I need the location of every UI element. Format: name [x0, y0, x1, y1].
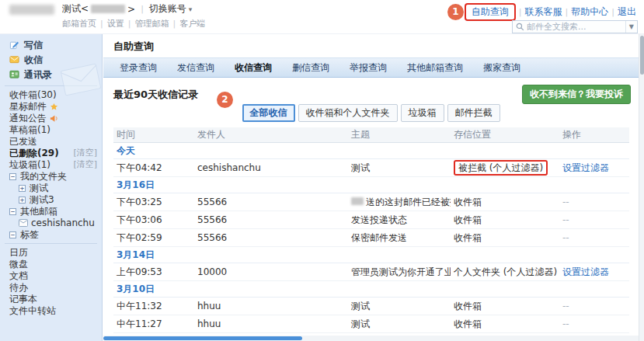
cell-location: 收件箱 — [451, 231, 559, 245]
sidebar-tree-item[interactable]: ceshishanchu — [0, 217, 102, 228]
sidebar-tree-item[interactable]: −我的文件夹 — [0, 171, 102, 182]
top-header: 测试< > | 切换账号 ▾ 邮箱首页|设置|管理邮箱|客户端 1 自助查询 |… — [0, 0, 644, 34]
sidebar-app-item[interactable]: 日历 — [0, 247, 102, 258]
top-right-links: 1 自助查询 |联系客服|帮助中心|退出 — [447, 3, 636, 21]
sidebar-folder-item[interactable]: 收件箱(30) — [0, 89, 102, 100]
divider: | — [566, 7, 569, 17]
self-service-query-link[interactable]: 自助查询 — [472, 6, 509, 17]
sidebar-folder-item[interactable]: 草稿箱(1) — [0, 124, 102, 135]
sidebar-app-item[interactable]: 记事本 — [0, 294, 102, 304]
sidebar-tree-item[interactable]: −其他邮箱 — [0, 206, 102, 217]
cell-subject: 送的这封邮件已经被打开. — [348, 196, 451, 209]
tab-active[interactable]: 收信查询 — [225, 58, 282, 77]
tree-toggle-icon[interactable]: + — [19, 185, 26, 192]
tree-toggle-icon[interactable]: − — [9, 208, 16, 215]
sidebar-tree-item[interactable]: +测试3 — [0, 194, 102, 205]
query-tabs: 登录查询发信查询收信查询删信查询举报查询其他邮箱查询搬家查询 — [103, 57, 639, 78]
header-nav-link[interactable]: 客户端 — [179, 19, 205, 29]
cell-location: 被拦截 (个人过滤器) — [451, 160, 559, 176]
header-nav: 邮箱首页|设置|管理邮箱|客户端 — [62, 18, 205, 30]
cell-sender: 55566 — [194, 214, 348, 225]
cell-time: 上午09:53 — [113, 266, 194, 279]
header-nav-link[interactable]: 邮箱首页 — [62, 19, 96, 29]
sidebar-app-item[interactable]: 待办 — [0, 282, 102, 293]
cell-action: 设置过滤器 — [559, 266, 629, 279]
mail-records-table: 时间发件人主题存信位置操作 今天下午04:42ceshishanchu测试被拦截… — [113, 127, 629, 333]
cell-sender: ceshishanchu — [194, 162, 348, 173]
empty-folder-link[interactable]: [清空] — [73, 159, 97, 170]
table-row: 中午11:32hhuu测试收件箱-- — [113, 298, 629, 315]
sidebar-folder-item[interactable]: 已发送 — [0, 136, 102, 147]
cell-action: -- — [559, 232, 629, 243]
cell-action: -- — [559, 301, 629, 311]
sidebar-folders: 收件箱(30)星标邮件通知公告草稿箱(1)已发送已删除(29)[清空]垃圾箱(1… — [0, 89, 102, 170]
section-header: 最近90天收信记录 收不到来信？我要投诉 — [103, 81, 639, 104]
compose-button[interactable]: 写信 — [0, 38, 102, 53]
horizontal-scrollbar-thumb[interactable] — [103, 336, 302, 340]
table-row: 上午09:5310000管理员测试为你开通了业务邮箱个人文件夹 (个人过滤器)设… — [113, 263, 629, 281]
top-link[interactable]: 退出 — [618, 5, 636, 19]
set-filter-link[interactable]: 设置过滤器 — [562, 266, 609, 277]
tree-toggle-icon[interactable]: − — [9, 173, 16, 180]
horizontal-scrollbar[interactable] — [103, 336, 639, 341]
section-title: 最近90天收信记录 — [113, 88, 198, 102]
filter-button[interactable]: 垃圾箱 — [401, 104, 444, 122]
tab-item[interactable]: 举报查询 — [339, 58, 397, 77]
column-header: 时间 — [113, 128, 194, 141]
vertical-scrollbar[interactable] — [639, 34, 644, 341]
sidebar-apps: 日历微盘文档待办记事本文件中转站 — [0, 247, 102, 316]
cell-sender: 55566 — [194, 232, 348, 243]
sidebar-tree-item[interactable]: +测试 — [0, 183, 102, 193]
complaint-button[interactable]: 收不到来信？我要投诉 — [522, 85, 631, 104]
sidebar-folder-item[interactable]: 垃圾箱(1)[清空] — [0, 159, 102, 170]
empty-folder-link[interactable]: [清空] — [73, 148, 97, 158]
cell-sender: 10000 — [194, 266, 348, 277]
tree-toggle-icon[interactable]: + — [19, 197, 26, 204]
top-link[interactable]: 联系客服 — [525, 5, 562, 19]
switch-account-link[interactable]: 切换账号 ▾ — [149, 2, 192, 16]
tab-item[interactable]: 登录查询 — [110, 58, 167, 77]
header-nav-link[interactable]: 设置 — [107, 19, 124, 29]
search-input[interactable] — [527, 22, 625, 32]
filter-button[interactable]: 邮件拦截 — [447, 104, 500, 122]
main-content: 自助查询 登录查询发信查询收信查询删信查询举报查询其他邮箱查询搬家查询 最近90… — [103, 34, 639, 341]
sidebar-folder-item[interactable]: 星标邮件 — [0, 101, 102, 112]
sidebar-folder-item[interactable]: 已删除(29)[清空] — [0, 148, 102, 158]
cell-action: 设置过滤器 — [559, 162, 629, 175]
cell-subject: 保密邮件发送 — [348, 231, 451, 245]
sidebar-tree-item[interactable]: −标签 — [0, 229, 102, 240]
sidebar-app-item[interactable]: 文档 — [0, 270, 102, 281]
sidebar-folder-item[interactable]: 通知公告 — [0, 113, 102, 124]
cell-subject: 测试 — [348, 300, 451, 313]
star-icon — [50, 103, 58, 111]
search-scope-dropdown[interactable]: ▼ — [625, 21, 637, 33]
vertical-scrollbar-thumb[interactable] — [640, 36, 644, 75]
tree-toggle-icon[interactable]: − — [9, 231, 16, 238]
cell-time: 中午11:32 — [113, 300, 194, 313]
date-group-header: 3月10日 — [113, 281, 629, 298]
filter-button[interactable]: 收件箱和个人文件夹 — [298, 104, 398, 122]
cell-subject: 管理员测试为你开通了业务邮箱 — [348, 266, 451, 279]
table-row: 下午04:42ceshishanchu测试被拦截 (个人过滤器)设置过滤器 — [113, 159, 629, 177]
mail-button[interactable]: 收信 — [0, 53, 102, 68]
column-header: 操作 — [559, 128, 629, 141]
divider: | — [172, 19, 176, 29]
contacts-button[interactable]: 通讯录 — [0, 68, 102, 82]
cell-time: 下午03:25 — [113, 196, 194, 209]
header-nav-link[interactable]: 管理邮箱 — [134, 19, 169, 29]
cell-time: 中午11:27 — [113, 318, 194, 331]
divider — [5, 85, 97, 86]
set-filter-link[interactable]: 设置过滤器 — [562, 162, 609, 173]
tab-item[interactable]: 发信查询 — [167, 58, 225, 77]
table-row: 下午03:0655566发送投递状态收件箱-- — [113, 211, 629, 229]
tab-item[interactable]: 删信查询 — [282, 58, 339, 77]
cell-sender: hhuu — [194, 318, 348, 329]
tab-item[interactable]: 其他邮箱查询 — [397, 58, 473, 77]
sidebar-app-item[interactable]: 微盘 — [0, 259, 102, 270]
sidebar-app-item[interactable]: 文件中转站 — [0, 305, 102, 316]
cell-time: 下午04:42 — [113, 162, 194, 175]
top-link[interactable]: 帮助中心 — [571, 5, 608, 19]
tab-item[interactable]: 搬家查询 — [473, 58, 531, 77]
filter-button[interactable]: 全部收信 — [242, 104, 295, 122]
table-row: 下午03:2555566送的这封邮件已经被打开.收件箱-- — [113, 193, 629, 211]
